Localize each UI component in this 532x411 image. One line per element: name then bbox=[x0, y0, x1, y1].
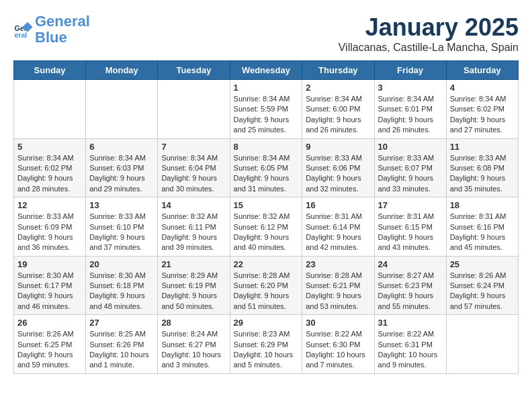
calendar-cell: 2Sunrise: 8:34 AM Sunset: 6:00 PM Daylig… bbox=[302, 80, 374, 139]
day-info: Sunrise: 8:24 AM Sunset: 6:27 PM Dayligh… bbox=[161, 329, 226, 371]
day-info: Sunrise: 8:26 AM Sunset: 6:25 PM Dayligh… bbox=[17, 329, 82, 371]
calendar-cell: 12Sunrise: 8:33 AM Sunset: 6:09 PM Dayli… bbox=[14, 197, 86, 257]
calendar-cell: 16Sunrise: 8:31 AM Sunset: 6:14 PM Dayli… bbox=[302, 197, 374, 257]
day-number: 10 bbox=[378, 142, 443, 152]
day-info: Sunrise: 8:31 AM Sunset: 6:16 PM Dayligh… bbox=[450, 212, 515, 253]
logo: Gen eral General Blue bbox=[13, 13, 90, 46]
calendar-week-row: 26Sunrise: 8:26 AM Sunset: 6:25 PM Dayli… bbox=[14, 315, 519, 374]
day-number: 6 bbox=[89, 142, 154, 152]
calendar-cell: 1Sunrise: 8:34 AM Sunset: 5:59 PM Daylig… bbox=[230, 80, 302, 139]
day-info: Sunrise: 8:33 AM Sunset: 6:08 PM Dayligh… bbox=[450, 153, 515, 195]
logo-icon: Gen eral bbox=[13, 19, 34, 40]
calendar-week-row: 19Sunrise: 8:30 AM Sunset: 6:17 PM Dayli… bbox=[14, 256, 519, 315]
calendar-cell bbox=[14, 80, 86, 139]
day-number: 1 bbox=[234, 83, 299, 93]
page-subtitle: Villacanas, Castille-La Mancha, Spain bbox=[339, 42, 519, 54]
day-number: 30 bbox=[306, 318, 370, 328]
day-info: Sunrise: 8:28 AM Sunset: 6:21 PM Dayligh… bbox=[306, 271, 370, 312]
day-number: 7 bbox=[161, 142, 226, 152]
weekday-header: Saturday bbox=[446, 61, 518, 80]
day-number: 5 bbox=[17, 142, 82, 152]
svg-text:eral: eral bbox=[15, 31, 28, 39]
day-number: 13 bbox=[89, 200, 154, 210]
day-info: Sunrise: 8:27 AM Sunset: 6:23 PM Dayligh… bbox=[378, 271, 443, 312]
day-info: Sunrise: 8:34 AM Sunset: 6:01 PM Dayligh… bbox=[378, 94, 443, 136]
day-info: Sunrise: 8:28 AM Sunset: 6:20 PM Dayligh… bbox=[234, 271, 299, 312]
calendar-cell: 4Sunrise: 8:34 AM Sunset: 6:02 PM Daylig… bbox=[446, 80, 518, 139]
day-info: Sunrise: 8:30 AM Sunset: 6:17 PM Dayligh… bbox=[17, 271, 82, 312]
day-info: Sunrise: 8:33 AM Sunset: 6:07 PM Dayligh… bbox=[378, 153, 443, 195]
day-info: Sunrise: 8:33 AM Sunset: 6:06 PM Dayligh… bbox=[306, 153, 370, 195]
calendar-cell: 5Sunrise: 8:34 AM Sunset: 6:02 PM Daylig… bbox=[14, 138, 86, 197]
calendar-cell bbox=[446, 315, 518, 374]
day-number: 2 bbox=[306, 83, 370, 93]
day-number: 8 bbox=[234, 142, 299, 152]
page-title: January 2025 bbox=[339, 13, 519, 42]
calendar-cell: 24Sunrise: 8:27 AM Sunset: 6:23 PM Dayli… bbox=[374, 256, 446, 315]
logo-text: General Blue bbox=[35, 13, 90, 46]
day-info: Sunrise: 8:31 AM Sunset: 6:15 PM Dayligh… bbox=[378, 212, 443, 253]
calendar-cell bbox=[86, 80, 158, 139]
calendar-table: SundayMondayTuesdayWednesdayThursdayFrid… bbox=[13, 60, 519, 374]
calendar-cell bbox=[158, 80, 230, 139]
day-info: Sunrise: 8:34 AM Sunset: 6:02 PM Dayligh… bbox=[450, 94, 515, 136]
page-header: Gen eral General Blue January 2025 Villa… bbox=[13, 13, 519, 54]
calendar-cell: 21Sunrise: 8:29 AM Sunset: 6:19 PM Dayli… bbox=[158, 256, 230, 315]
day-number: 16 bbox=[306, 200, 370, 210]
day-number: 19 bbox=[17, 259, 82, 269]
calendar-cell: 11Sunrise: 8:33 AM Sunset: 6:08 PM Dayli… bbox=[446, 138, 518, 197]
weekday-header: Tuesday bbox=[158, 61, 230, 80]
calendar-week-row: 1Sunrise: 8:34 AM Sunset: 5:59 PM Daylig… bbox=[14, 80, 519, 139]
calendar-week-row: 5Sunrise: 8:34 AM Sunset: 6:02 PM Daylig… bbox=[14, 138, 519, 197]
calendar-cell: 30Sunrise: 8:22 AM Sunset: 6:30 PM Dayli… bbox=[302, 315, 374, 374]
calendar-cell: 13Sunrise: 8:33 AM Sunset: 6:10 PM Dayli… bbox=[86, 197, 158, 257]
title-block: January 2025 Villacanas, Castille-La Man… bbox=[339, 13, 519, 54]
day-number: 23 bbox=[306, 259, 370, 269]
day-info: Sunrise: 8:26 AM Sunset: 6:24 PM Dayligh… bbox=[450, 271, 515, 312]
calendar-cell: 3Sunrise: 8:34 AM Sunset: 6:01 PM Daylig… bbox=[374, 80, 446, 139]
calendar-cell: 9Sunrise: 8:33 AM Sunset: 6:06 PM Daylig… bbox=[302, 138, 374, 197]
day-info: Sunrise: 8:33 AM Sunset: 6:09 PM Dayligh… bbox=[17, 212, 82, 253]
calendar-cell: 25Sunrise: 8:26 AM Sunset: 6:24 PM Dayli… bbox=[446, 256, 518, 315]
day-info: Sunrise: 8:30 AM Sunset: 6:18 PM Dayligh… bbox=[89, 271, 154, 312]
calendar-cell: 22Sunrise: 8:28 AM Sunset: 6:20 PM Dayli… bbox=[230, 256, 302, 315]
day-info: Sunrise: 8:31 AM Sunset: 6:14 PM Dayligh… bbox=[306, 212, 370, 253]
day-number: 25 bbox=[450, 259, 515, 269]
day-number: 21 bbox=[161, 259, 226, 269]
logo-general: General bbox=[35, 13, 90, 30]
day-number: 3 bbox=[378, 83, 443, 93]
day-info: Sunrise: 8:32 AM Sunset: 6:11 PM Dayligh… bbox=[161, 212, 226, 253]
day-number: 17 bbox=[378, 200, 443, 210]
calendar-cell: 19Sunrise: 8:30 AM Sunset: 6:17 PM Dayli… bbox=[14, 256, 86, 315]
day-info: Sunrise: 8:33 AM Sunset: 6:10 PM Dayligh… bbox=[89, 212, 154, 253]
calendar-cell: 7Sunrise: 8:34 AM Sunset: 6:04 PM Daylig… bbox=[158, 138, 230, 197]
day-number: 14 bbox=[161, 200, 226, 210]
calendar-header-row: SundayMondayTuesdayWednesdayThursdayFrid… bbox=[14, 61, 519, 80]
weekday-header: Sunday bbox=[14, 61, 86, 80]
calendar-cell: 26Sunrise: 8:26 AM Sunset: 6:25 PM Dayli… bbox=[14, 315, 86, 374]
day-number: 4 bbox=[450, 83, 515, 93]
calendar-cell: 10Sunrise: 8:33 AM Sunset: 6:07 PM Dayli… bbox=[374, 138, 446, 197]
day-number: 15 bbox=[234, 200, 299, 210]
day-number: 20 bbox=[89, 259, 154, 269]
weekday-header: Wednesday bbox=[230, 61, 302, 80]
day-number: 18 bbox=[450, 200, 515, 210]
calendar-week-row: 12Sunrise: 8:33 AM Sunset: 6:09 PM Dayli… bbox=[14, 197, 519, 257]
weekday-header: Monday bbox=[86, 61, 158, 80]
day-number: 22 bbox=[234, 259, 299, 269]
calendar-cell: 6Sunrise: 8:34 AM Sunset: 6:03 PM Daylig… bbox=[86, 138, 158, 197]
day-info: Sunrise: 8:23 AM Sunset: 6:29 PM Dayligh… bbox=[234, 329, 299, 371]
calendar-cell: 20Sunrise: 8:30 AM Sunset: 6:18 PM Dayli… bbox=[86, 256, 158, 315]
day-info: Sunrise: 8:32 AM Sunset: 6:12 PM Dayligh… bbox=[234, 212, 299, 253]
calendar-cell: 31Sunrise: 8:22 AM Sunset: 6:31 PM Dayli… bbox=[374, 315, 446, 374]
day-info: Sunrise: 8:29 AM Sunset: 6:19 PM Dayligh… bbox=[161, 271, 226, 312]
day-number: 24 bbox=[378, 259, 443, 269]
calendar-cell: 15Sunrise: 8:32 AM Sunset: 6:12 PM Dayli… bbox=[230, 197, 302, 257]
day-info: Sunrise: 8:25 AM Sunset: 6:26 PM Dayligh… bbox=[89, 329, 154, 371]
day-info: Sunrise: 8:34 AM Sunset: 5:59 PM Dayligh… bbox=[234, 94, 299, 136]
day-info: Sunrise: 8:34 AM Sunset: 6:05 PM Dayligh… bbox=[234, 153, 299, 195]
day-number: 26 bbox=[17, 318, 82, 328]
calendar-cell: 8Sunrise: 8:34 AM Sunset: 6:05 PM Daylig… bbox=[230, 138, 302, 197]
weekday-header: Friday bbox=[374, 61, 446, 80]
calendar-cell: 27Sunrise: 8:25 AM Sunset: 6:26 PM Dayli… bbox=[86, 315, 158, 374]
